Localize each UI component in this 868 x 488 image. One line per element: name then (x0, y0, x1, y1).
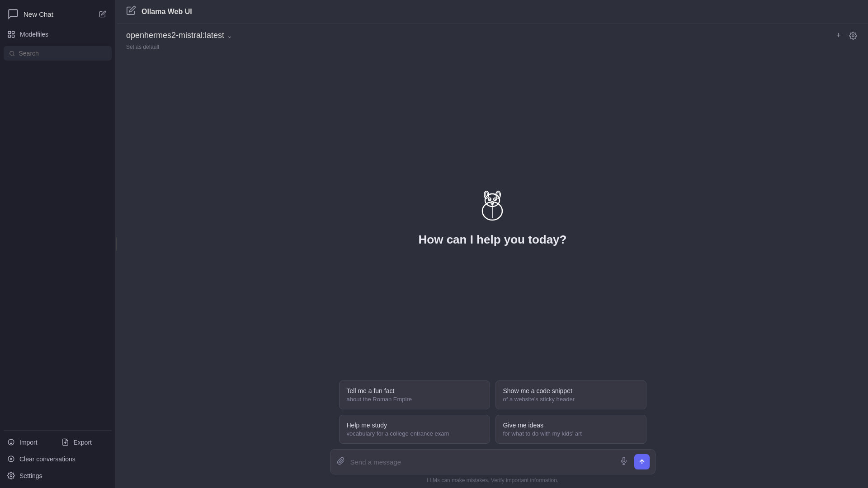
welcome-text: How can I help you today? (419, 233, 567, 247)
set-default-label[interactable]: Set as default (117, 44, 868, 54)
svg-rect-1 (12, 31, 14, 33)
suggestion-title-1: Show me a code snippet (503, 387, 639, 394)
suggestion-subtitle-1: of a website's sticky header (503, 396, 639, 403)
clear-icon (7, 455, 15, 463)
new-chat-section: New Chat (4, 4, 112, 24)
suggestion-card-0[interactable]: Tell me a fun fact about the Roman Empir… (339, 380, 490, 409)
import-label: Import (19, 439, 38, 446)
search-icon (9, 50, 15, 57)
settings-icon (7, 472, 15, 479)
app-header: Ollama Web UI (117, 0, 868, 23)
model-selector[interactable]: openhermes2-mistral:latest ⌄ (126, 31, 232, 40)
welcome-container: How can I help you today? (419, 188, 567, 247)
svg-rect-2 (8, 35, 10, 38)
input-bar (330, 449, 656, 474)
svg-point-22 (495, 199, 496, 200)
resize-handle[interactable] (115, 0, 117, 488)
disclaimer-text: LLMs can make mistakes. Verify important… (427, 474, 558, 488)
svg-point-11 (10, 474, 12, 476)
clear-conversations-button[interactable]: Clear conversations (4, 451, 112, 467)
suggestions-grid: Tell me a fun fact about the Roman Empir… (330, 380, 656, 449)
model-settings-button[interactable] (847, 30, 859, 42)
suggestion-card-2[interactable]: Help me study vocabulary for a college e… (339, 415, 490, 444)
attach-button[interactable] (336, 456, 346, 468)
chat-area: How can I help you today? (117, 54, 868, 380)
app-logo-icon (126, 5, 136, 18)
search-input[interactable] (19, 50, 107, 57)
settings-label: Settings (19, 472, 42, 479)
conversations-list (4, 64, 112, 430)
paperclip-icon (337, 457, 345, 465)
search-box (4, 46, 112, 61)
send-button[interactable] (634, 454, 650, 469)
suggestion-subtitle-0: about the Roman Empire (347, 396, 482, 403)
model-actions: + (834, 29, 859, 42)
svg-rect-0 (8, 31, 10, 33)
model-name: openhermes2-mistral:latest (126, 31, 224, 40)
gear-icon (849, 32, 857, 40)
suggestion-card-1[interactable]: Show me a code snippet of a website's st… (495, 380, 646, 409)
new-chat-label: New Chat (24, 10, 53, 18)
suggestions-wrapper: Tell me a fun fact about the Roman Empir… (117, 380, 868, 449)
message-input[interactable] (350, 458, 613, 466)
sidebar: New Chat Modelfiles (0, 0, 115, 488)
svg-rect-3 (12, 35, 14, 38)
microphone-icon (620, 457, 628, 465)
new-chat-button[interactable]: New Chat (7, 8, 53, 20)
suggestion-card-3[interactable]: Give me ideas for what to do with my kid… (495, 415, 646, 444)
suggestion-subtitle-3: for what to do with my kids' art (503, 430, 639, 437)
clear-label: Clear conversations (19, 455, 75, 463)
modelfiles-icon (7, 30, 15, 38)
modelfiles-label: Modelfiles (20, 31, 48, 38)
import-icon (7, 438, 15, 446)
import-button[interactable]: Import (4, 434, 58, 450)
svg-point-21 (490, 199, 491, 200)
chat-icon (7, 8, 19, 20)
edit-icon (99, 10, 106, 18)
settings-button[interactable]: Settings (4, 468, 112, 483)
suggestion-title-3: Give me ideas (503, 422, 639, 429)
export-button[interactable]: Export (58, 434, 112, 450)
svg-point-4 (10, 51, 14, 55)
app-title: Ollama Web UI (142, 8, 192, 16)
svg-line-5 (13, 55, 14, 56)
sidebar-bottom: Import Export Clear conversations (4, 430, 112, 484)
edit-icon-button[interactable] (97, 9, 108, 19)
send-icon (638, 458, 646, 465)
model-bar: openhermes2-mistral:latest ⌄ + (117, 23, 868, 44)
modelfiles-item[interactable]: Modelfiles (4, 26, 112, 42)
chevron-down-icon: ⌄ (227, 32, 232, 39)
export-label: Export (74, 439, 92, 446)
suggestion-title-0: Tell me a fun fact (347, 387, 482, 394)
suggestion-subtitle-2: vocabulary for a college entrance exam (347, 430, 482, 437)
ollama-mascot-icon (474, 188, 510, 224)
import-export-row: Import Export (4, 434, 112, 451)
suggestion-title-2: Help me study (347, 422, 482, 429)
svg-point-12 (852, 34, 854, 37)
model-add-button[interactable]: + (834, 29, 843, 42)
export-icon (61, 438, 69, 446)
main-content: Ollama Web UI openhermes2-mistral:latest… (117, 0, 868, 488)
microphone-button[interactable] (618, 455, 630, 469)
input-section: LLMs can make mistakes. Verify important… (117, 449, 868, 488)
